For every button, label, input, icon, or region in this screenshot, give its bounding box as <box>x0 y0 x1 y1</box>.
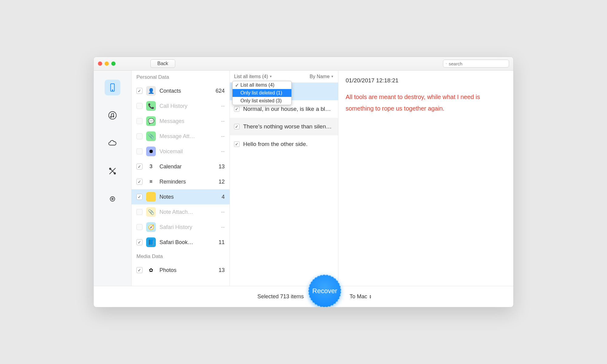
category-count: 13 <box>219 267 225 273</box>
nav-device[interactable] <box>105 80 120 95</box>
checkbox[interactable] <box>136 179 143 185</box>
filter-dropdown-trigger[interactable]: List all items (4) ▼ <box>234 74 272 79</box>
svg-point-10 <box>112 198 113 200</box>
recover-button[interactable]: Recover <box>308 275 341 307</box>
search-icon <box>446 61 447 66</box>
checkbox[interactable] <box>136 118 143 124</box>
category-icon: 📎 <box>146 207 156 217</box>
category-row[interactable]: 📎Message Att…-- <box>132 129 230 144</box>
footer: Selected 713 items Recover To Mac ▲▼ <box>94 286 513 307</box>
maximize-icon[interactable] <box>111 61 116 66</box>
destination-selector[interactable]: To Mac ▲▼ <box>350 293 372 300</box>
category-row[interactable]: 👤Contacts624 <box>132 83 230 98</box>
category-label: Message Att… <box>159 133 219 140</box>
checkbox[interactable] <box>136 88 143 94</box>
stepper-icon: ▲▼ <box>369 295 372 299</box>
gear-icon <box>108 194 117 204</box>
note-row[interactable]: Hello from the other side. <box>230 135 338 153</box>
items-panel: List all items (4) ▼ By Name ▼ List all … <box>230 71 338 286</box>
nav-settings[interactable] <box>105 191 120 207</box>
category-label: Safari Book… <box>159 239 216 246</box>
chevron-down-icon: ▼ <box>269 75 272 78</box>
traffic-lights <box>98 61 116 66</box>
device-icon <box>108 83 117 92</box>
chevron-down-icon: ▼ <box>331 75 334 78</box>
checkbox[interactable] <box>136 194 143 200</box>
close-icon[interactable] <box>98 61 102 66</box>
category-row[interactable]: 📞Call History-- <box>132 98 230 114</box>
note-preview: Normal, in our house, is like a bl… <box>243 106 331 112</box>
detail-panel: 01/20/2017 12:18:21 All tools are meant … <box>338 71 513 286</box>
titlebar: Back <box>94 57 513 71</box>
category-label: Note Attach… <box>159 209 219 215</box>
category-row[interactable]: 💬Messages-- <box>132 114 230 129</box>
nav-icloud[interactable] <box>105 135 120 151</box>
filter-dropdown: List all items (4)Only list deleted (1)O… <box>232 81 292 105</box>
checkbox[interactable] <box>136 133 143 139</box>
checkbox[interactable] <box>234 106 240 112</box>
search-box[interactable] <box>443 60 509 68</box>
svg-point-0 <box>446 63 447 64</box>
filter-option[interactable]: List all items (4) <box>233 81 291 89</box>
filter-option[interactable]: Only list deleted (1) <box>233 89 291 97</box>
category-count: 4 <box>222 194 225 200</box>
svg-point-9 <box>110 197 115 201</box>
svg-rect-2 <box>111 84 115 91</box>
note-preview: Hello from the other side. <box>243 141 307 147</box>
checkbox[interactable] <box>136 224 143 230</box>
category-icon: 👤 <box>146 86 156 96</box>
category-count: 12 <box>219 179 225 185</box>
category-row[interactable]: ⏺Voicemail-- <box>132 144 230 159</box>
category-row[interactable]: ✿Photos13 <box>132 263 230 278</box>
category-row[interactable]: 3Calendar13 <box>132 159 230 174</box>
category-count: 624 <box>216 88 225 94</box>
category-icon: 📎 <box>146 131 156 141</box>
category-row[interactable]: 📘Safari Book…11 <box>132 235 230 250</box>
tools-icon <box>108 167 117 176</box>
category-label: Contacts <box>159 88 213 94</box>
checkbox[interactable] <box>136 209 143 215</box>
checkbox[interactable] <box>136 267 143 273</box>
note-timestamp: 01/20/2017 12:18:21 <box>346 77 506 84</box>
category-icon <box>146 192 156 202</box>
category-row[interactable]: ≡Reminders12 <box>132 174 230 189</box>
section-personal: Personal Data <box>132 71 230 83</box>
back-button[interactable]: Back <box>150 59 175 68</box>
category-count: -- <box>221 133 225 140</box>
checkbox[interactable] <box>136 239 143 245</box>
main-body: Personal Data 👤Contacts624📞Call History-… <box>94 71 513 286</box>
nav-itunes[interactable] <box>105 108 120 123</box>
checkbox[interactable] <box>136 103 143 109</box>
category-icon: ≡ <box>146 177 156 187</box>
icloud-icon <box>108 139 117 148</box>
category-row[interactable]: 📎Note Attach…-- <box>132 204 230 220</box>
category-count: -- <box>221 224 225 230</box>
category-row[interactable]: Notes4 <box>132 189 230 204</box>
category-row[interactable]: 🧭Safari History-- <box>132 220 230 235</box>
category-count: 11 <box>219 239 225 246</box>
category-icon: ✿ <box>146 265 156 275</box>
checkbox[interactable] <box>234 124 240 129</box>
checkbox[interactable] <box>234 141 240 147</box>
note-row[interactable]: There's nothing worse than silen… <box>230 118 338 135</box>
category-icon: 💬 <box>146 116 156 126</box>
svg-line-1 <box>447 64 447 64</box>
checkbox[interactable] <box>136 148 143 154</box>
category-icon: 3 <box>146 162 156 171</box>
svg-point-6 <box>113 116 114 117</box>
note-body: All tools are meant to destroy, while wh… <box>346 91 506 114</box>
category-icon: 🧭 <box>146 222 156 232</box>
minimize-icon[interactable] <box>105 61 109 66</box>
search-input[interactable] <box>449 61 506 66</box>
checkbox[interactable] <box>136 164 143 170</box>
filter-current-label: List all items (4) <box>234 74 268 79</box>
sidebar-nav <box>94 71 132 286</box>
category-label: Safari History <box>159 224 219 230</box>
nav-tools[interactable] <box>105 163 120 179</box>
category-count: -- <box>221 118 225 124</box>
category-icon: 📘 <box>146 237 156 247</box>
category-icon: ⏺ <box>146 147 156 156</box>
sort-dropdown-trigger[interactable]: By Name ▼ <box>310 74 334 79</box>
category-label: Calendar <box>159 164 216 170</box>
filter-option[interactable]: Only list existed (3) <box>233 97 291 105</box>
